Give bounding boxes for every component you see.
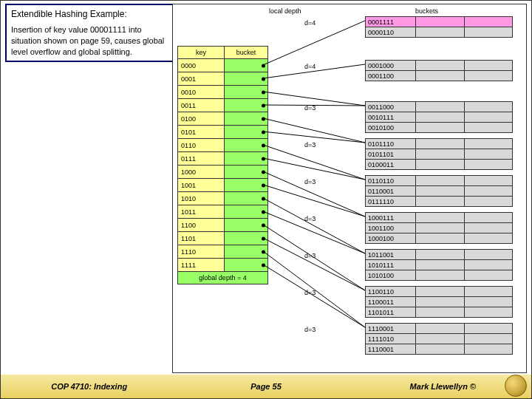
depth-label: d=3 [304, 326, 316, 333]
slide-description: Insertion of key value 00001111 into sit… [11, 24, 172, 58]
dir-key: 1110 [178, 245, 225, 259]
dir-key: 0111 [178, 152, 225, 166]
diagram-frame: local depth buckets d=4 0001111 0000110 … [172, 4, 527, 373]
dir-key: 0000 [178, 59, 225, 72]
dir-key: 1010 [178, 192, 225, 205]
slide: Extendible Hashing Example: Insertion of… [0, 0, 532, 399]
dir-key: 1011 [178, 205, 225, 219]
bucket-block: 0001111 0000110 [365, 16, 513, 38]
dir-header-key: key [178, 47, 225, 59]
bucket-cell: 0001100 [366, 71, 416, 81]
footer-course: COP 4710: Indexing [1, 382, 177, 391]
dir-key: 1001 [178, 179, 225, 192]
depth-label: d=3 [304, 141, 316, 149]
dir-key: 1101 [178, 232, 225, 245]
slide-title: Extendible Hashing Example: [11, 8, 172, 20]
bucket-block: 0110110 0110001 0111110 [365, 175, 513, 207]
dir-ptr [225, 59, 268, 72]
bucket-cell: 0001111 [366, 17, 416, 27]
svg-line-6 [263, 145, 365, 180]
dir-key: 0001 [178, 72, 225, 86]
bucket-block: 1011001 1010111 1010100 [365, 249, 513, 281]
depth-label: d=4 [304, 19, 316, 27]
depth-label: d=3 [304, 289, 316, 296]
dir-key: 0101 [178, 126, 225, 139]
bucket-block: 1110001 1111010 1110001 [365, 323, 513, 355]
svg-line-4 [263, 118, 365, 143]
header-buckets: buckets [415, 7, 438, 15]
global-depth-label: global depth = 4 [178, 272, 268, 284]
directory-table: keybucket 0000 0001 0010 0011 0100 0101 … [177, 46, 268, 284]
svg-line-13 [263, 238, 365, 290]
svg-line-10 [263, 198, 365, 253]
bucket-block: 0001000 0001100 [365, 60, 513, 81]
depth-label: d=4 [304, 63, 316, 70]
title-box: Extendible Hashing Example: Insertion of… [5, 4, 178, 62]
depth-label: d=3 [304, 178, 316, 185]
dir-key: 0100 [178, 112, 225, 126]
bucket-cell: 0000110 [366, 27, 416, 38]
dir-key: 1111 [178, 259, 225, 272]
bucket-block: 1100110 1100011 1101011 [365, 286, 513, 318]
footer-bar: COP 4710: Indexing Page 55 Mark Llewelly… [1, 375, 531, 398]
depth-label: d=3 [304, 215, 316, 222]
dir-key: 1000 [178, 166, 225, 179]
logo-icon [505, 375, 527, 397]
dir-header-bucket: bucket [225, 47, 268, 59]
svg-line-7 [263, 158, 365, 180]
depth-label: d=3 [304, 252, 316, 259]
svg-line-9 [263, 185, 365, 216]
dir-key: 0110 [178, 139, 225, 152]
depth-label: d=3 [304, 104, 316, 112]
dir-key: 1100 [178, 219, 225, 232]
dir-key: 0010 [178, 86, 225, 99]
svg-line-0 [263, 21, 365, 65]
bucket-block: 0011000 0010111 0010100 [365, 101, 513, 133]
dir-key: 0011 [178, 99, 225, 112]
bucket-block: 0101110 0101101 0100011 [365, 138, 513, 170]
footer-page: Page 55 [177, 382, 354, 391]
bucket-block: 1000111 1001100 1000100 [365, 212, 513, 244]
bucket-cell: 0001000 [366, 61, 416, 71]
header-local-depth: local depth [269, 7, 301, 15]
